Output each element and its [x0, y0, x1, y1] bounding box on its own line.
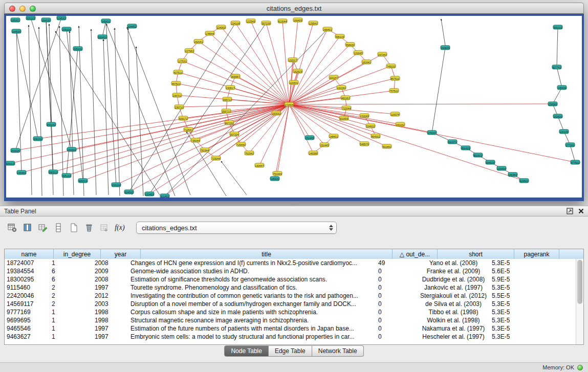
select-columns-icon[interactable] [21, 222, 34, 233]
graph-node[interactable]: 2051033 [26, 16, 36, 20]
graph-node[interactable]: 1204312 [289, 80, 299, 85]
select-rows-icon[interactable] [52, 222, 64, 233]
zoom-window-button[interactable] [30, 6, 36, 12]
graph-node[interactable]: 1595800 [548, 102, 558, 106]
graph-node[interactable]: 1160740 [390, 112, 400, 117]
graph-node[interactable]: 1804520 [508, 172, 518, 177]
graph-node[interactable]: 1853011 [11, 18, 20, 23]
graph-node[interactable]: 2516065 [11, 148, 20, 153]
graph-node[interactable]: 1295433 [309, 21, 318, 26]
graph-node[interactable]: 2275831 [185, 49, 194, 53]
table-row[interactable]: 1456911722003Disruption of a novel membe… [5, 300, 576, 308]
graph-node[interactable]: 1028204 [553, 114, 563, 119]
graph-node[interactable]: 8914200 [461, 146, 471, 150]
column-header-title[interactable]: title [141, 249, 393, 259]
graph-node[interactable]: 1791970 [427, 130, 437, 135]
graph-node[interactable]: 2306170 [226, 85, 235, 90]
graph-node[interactable]: 9053100 [78, 179, 88, 183]
graph-node[interactable]: 7254400 [236, 142, 246, 147]
graph-node[interactable]: 6775020 [571, 160, 580, 165]
graph-node[interactable]: 5016559 [339, 116, 349, 121]
column-header-year[interactable]: year [101, 249, 141, 259]
graph-node[interactable]: 1454311 [101, 19, 111, 24]
float-panel-icon[interactable] [567, 208, 573, 214]
graph-node[interactable]: 2367100 [175, 105, 184, 110]
graph-node[interactable]: 2051002 [73, 47, 83, 51]
graph-node[interactable]: 1514455 [305, 136, 315, 140]
table-row[interactable]: 977716911998Corpus callosum shape and si… [5, 308, 576, 316]
graph-node[interactable]: 1626255 [293, 69, 303, 74]
graph-node[interactable]: 1045392 [12, 29, 21, 34]
tab-node-table[interactable]: Node Table [224, 345, 269, 357]
import-table-icon[interactable] [98, 222, 111, 233]
graph-node[interactable]: 2091040 [112, 183, 121, 187]
graph-node[interactable]: 3051020 [62, 173, 72, 178]
graph-node[interactable]: 1514450 [320, 143, 330, 147]
graph-node[interactable]: 1321600 [337, 85, 346, 90]
graph-node[interactable]: 3091130 [6, 161, 15, 166]
graph-node[interactable]: 7619420 [245, 151, 254, 156]
graph-node[interactable]: 1785442 [205, 31, 215, 36]
graph-node[interactable]: 3014020 [160, 194, 170, 198]
graph-node[interactable]: 1830020 [272, 111, 281, 116]
graph-node[interactable]: 4575210 [171, 81, 181, 86]
graph-node[interactable]: 1204500 [145, 192, 155, 196]
table-scrollbar-thumb[interactable] [577, 260, 582, 304]
table-row[interactable]: 2242004622012Investigating the contribut… [5, 292, 576, 300]
graph-node[interactable]: 1044520 [127, 24, 137, 29]
graph-node[interactable]: 5016501 [382, 144, 392, 149]
graph-node[interactable]: 8130440 [278, 19, 288, 24]
graph-node[interactable]: 2420410 [194, 39, 204, 44]
window-titlebar[interactable]: citations_edges.txt [4, 3, 584, 14]
graph-node[interactable]: 2051001 [62, 27, 72, 32]
table-row[interactable]: 946362711997Embryonic stem cells: a mode… [5, 333, 576, 341]
graph-node[interactable]: 1724049 [285, 102, 294, 107]
graph-node[interactable]: 7350441 [191, 138, 201, 143]
graph-node[interactable]: 1454390 [557, 85, 567, 90]
graph-node[interactable]: 5961339 [335, 34, 345, 39]
graph-node[interactable]: 4601622 [341, 96, 351, 100]
table-row[interactable]: 969969511998Structural magnetic resonanc… [5, 316, 576, 324]
graph-node[interactable]: 7150448 [211, 156, 221, 161]
graph-node[interactable]: 1664011 [323, 27, 333, 32]
graph-node[interactable]: 3201473 [329, 75, 339, 80]
graph-node[interactable]: 1973433 [378, 52, 387, 57]
graph-node[interactable]: 1601622 [396, 122, 405, 127]
graph-node[interactable]: 1316455 [354, 51, 363, 55]
tab-network-table[interactable]: Network Table [312, 345, 364, 357]
graph-node[interactable]: 4275112 [173, 70, 183, 75]
graph-node[interactable]: 2316020 [67, 147, 77, 152]
graph-node[interactable]: 1094500 [497, 166, 507, 171]
graph-node[interactable]: 5495766 [360, 142, 369, 146]
graph-node[interactable]: 1454302 [270, 177, 280, 181]
graph-node[interactable]: 7220449 [342, 106, 352, 111]
graph-node[interactable]: 5349321 [366, 124, 376, 128]
graph-node[interactable]: 9245020 [124, 190, 134, 194]
graph-node[interactable]: 1201050 [559, 129, 569, 134]
delete-table-icon[interactable] [83, 222, 95, 233]
network-canvas[interactable]: 1724049224063817854422420410227583112753… [6, 16, 582, 198]
graph-node[interactable]: 7450333 [386, 64, 396, 69]
graph-node[interactable]: 9245021 [519, 179, 529, 183]
function-builder-icon[interactable]: f(x) [114, 222, 126, 233]
table-source-select[interactable]: citations_edges.txt [136, 222, 337, 234]
graph-node[interactable]: 1275314 [178, 59, 187, 63]
graph-node[interactable]: 5591020 [553, 25, 563, 30]
table-row[interactable]: 946554611997Estimation of the future num… [5, 324, 576, 333]
graph-node[interactable]: 2241080 [231, 21, 241, 26]
graph-node[interactable]: 1773003 [565, 143, 575, 147]
graph-node[interactable]: 1304470 [255, 163, 265, 168]
graph-node[interactable]: 2367012 [172, 93, 182, 98]
graph-node[interactable]: 7575115 [389, 89, 399, 93]
close-window-button[interactable] [9, 6, 15, 12]
graph-node[interactable]: 9073341 [230, 132, 239, 137]
minimize-window-button[interactable] [19, 6, 26, 12]
graph-node[interactable]: 1304400 [17, 170, 27, 175]
graph-node[interactable]: 8277410 [552, 65, 562, 70]
graph-node[interactable]: 9045200 [486, 160, 495, 165]
graph-node[interactable]: 1493889 [309, 151, 318, 156]
table-scrollbar[interactable] [576, 259, 583, 344]
graph-node[interactable]: 3067130 [223, 97, 232, 102]
graph-node[interactable]: 5584300 [345, 42, 355, 47]
column-header-in_degree[interactable]: in_degree [54, 249, 101, 259]
